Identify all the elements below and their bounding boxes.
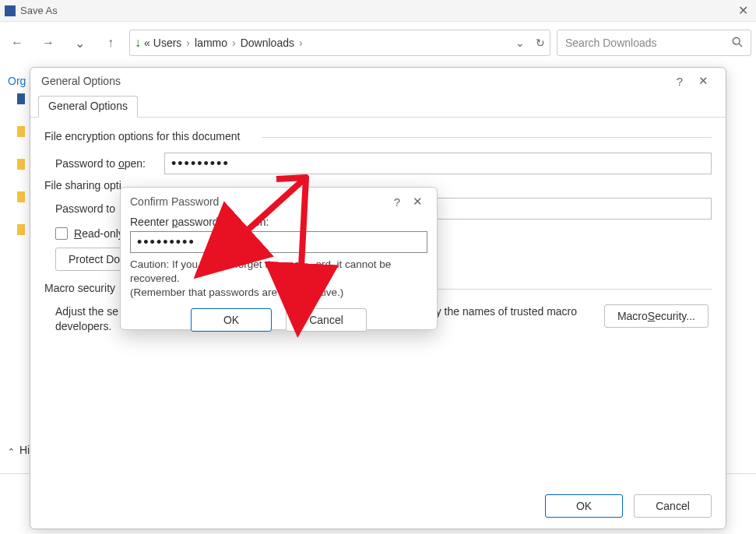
window-title: Save As xyxy=(20,5,58,16)
confirm-footer: OK Cancel xyxy=(130,308,427,332)
confirm-titlebar: Confirm Password ? ✕ xyxy=(121,188,437,216)
nav-up-button[interactable]: ↑ xyxy=(98,30,123,55)
folder-icon xyxy=(17,224,25,235)
nav-forward-button[interactable]: → xyxy=(36,30,61,55)
chevron-right-icon: › xyxy=(297,37,304,49)
hide-folders-toggle[interactable]: ⌄ Hi xyxy=(8,444,30,456)
confirm-password-dialog: Confirm Password ? ✕ Reenter password to… xyxy=(120,187,438,330)
address-dropdown-icon[interactable]: ⌄ xyxy=(515,37,525,49)
double-chevron-icon: « xyxy=(144,37,150,49)
back-icon: ← xyxy=(11,36,23,50)
download-icon: ↓ xyxy=(135,36,141,50)
cancel-button[interactable]: Cancel xyxy=(634,494,712,518)
sidebar-icons xyxy=(17,93,25,235)
nav-back-button[interactable]: ← xyxy=(5,30,30,55)
address-bar[interactable]: ↓ « Users › lammo › Downloads › ⌄ ↻ xyxy=(129,30,550,56)
caution-text: Caution: If you lose or forget the passo… xyxy=(130,258,427,300)
svg-line-1 xyxy=(739,44,742,47)
close-icon[interactable]: ✕ xyxy=(691,74,715,88)
organize-label[interactable]: Org xyxy=(8,75,26,87)
search-input[interactable]: Search Downloads xyxy=(557,30,751,56)
confirm-cancel-button[interactable]: Cancel xyxy=(286,308,367,332)
ok-button[interactable]: OK xyxy=(545,494,623,518)
tab-general-options[interactable]: General Options xyxy=(38,96,138,118)
folder-icon xyxy=(17,191,25,202)
password-to-open-label: Password to open: xyxy=(55,157,156,170)
password-to-open-input[interactable] xyxy=(164,153,712,174)
folder-icon xyxy=(17,126,25,137)
confirm-title: Confirm Password xyxy=(130,195,219,208)
search-placeholder: Search Downloads xyxy=(565,37,732,49)
chevron-down-icon: ⌄ xyxy=(75,36,85,51)
reenter-password-input[interactable] xyxy=(130,231,427,253)
folder-icon xyxy=(17,93,25,104)
macro-security-button[interactable]: Macro Security... xyxy=(604,304,709,328)
chevron-up-icon: ⌄ xyxy=(8,446,15,456)
svg-point-0 xyxy=(733,37,740,44)
folder-icon xyxy=(17,159,25,170)
help-icon[interactable]: ? xyxy=(387,195,407,209)
saveas-titlebar: Save As ✕ xyxy=(0,0,756,22)
chevron-right-icon: › xyxy=(230,37,237,49)
readonly-label: Read-only xyxy=(74,227,124,240)
close-icon[interactable]: ✕ xyxy=(407,195,427,209)
up-icon: ↑ xyxy=(107,36,114,50)
refresh-icon[interactable]: ↻ xyxy=(536,37,545,49)
close-icon[interactable]: ✕ xyxy=(738,3,748,18)
dialog-titlebar: General Options ? ✕ xyxy=(30,68,726,94)
readonly-checkbox[interactable] xyxy=(55,227,68,240)
app-icon xyxy=(5,5,16,16)
breadcrumb-user[interactable]: lammo xyxy=(195,37,227,49)
reenter-label: Reenter password to oen: xyxy=(130,216,427,228)
nav-row: ← → ⌄ ↑ ↓ « Users › lammo › Downloads › … xyxy=(0,26,756,60)
help-icon[interactable]: ? xyxy=(668,75,691,88)
chevron-right-icon: › xyxy=(185,37,192,49)
breadcrumb-users[interactable]: Users xyxy=(153,37,182,49)
forward-icon: → xyxy=(42,36,55,50)
dialog-footer: OK Cancel xyxy=(545,494,712,518)
dialog-title: General Options xyxy=(41,75,121,87)
hide-label: Hi xyxy=(19,444,30,456)
search-icon xyxy=(732,37,743,50)
breadcrumb-downloads[interactable]: Downloads xyxy=(241,37,294,49)
section-encryption-label: File encryption options for this documen… xyxy=(44,130,712,142)
password-to-open-row: Password to open: xyxy=(55,153,712,174)
confirm-ok-button[interactable]: OK xyxy=(191,308,272,332)
nav-recent-button[interactable]: ⌄ xyxy=(67,30,92,55)
confirm-body: Reenter password to oen: Caution: If you… xyxy=(121,216,437,332)
tabstrip: General Options xyxy=(30,94,726,118)
